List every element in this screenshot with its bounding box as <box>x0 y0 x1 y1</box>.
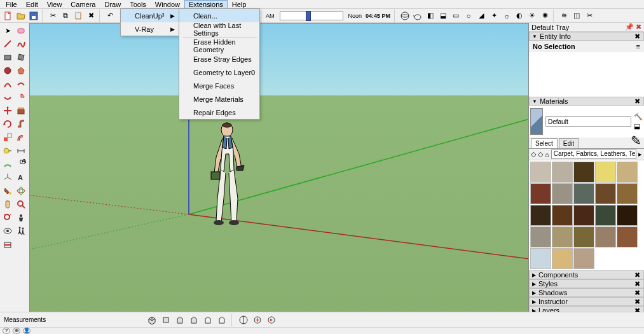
submenu-item[interactable]: Erase Stray Edges <box>179 52 259 66</box>
material-thumbnail[interactable] <box>530 248 551 269</box>
panel-header-components[interactable]: ▶Components✖ <box>529 270 644 279</box>
material-thumbnail[interactable] <box>552 162 573 183</box>
section-tool-icon[interactable] <box>1 238 14 251</box>
forward-icon[interactable]: ◇ <box>538 150 543 158</box>
mesh-light-icon[interactable]: ◐ <box>514 10 525 22</box>
cut-icon[interactable]: ✂ <box>47 10 58 22</box>
material-thumbnail[interactable] <box>595 162 616 183</box>
geolocation-icon[interactable]: ⊕ <box>13 328 20 334</box>
sun-icon[interactable]: ☀ <box>526 10 538 22</box>
position-camera-icon[interactable] <box>15 211 27 224</box>
offset-tool-icon[interactable] <box>15 131 27 144</box>
material-thumbnail[interactable] <box>573 248 594 269</box>
sphere-light-icon[interactable]: ○ <box>463 10 474 22</box>
delete-icon[interactable]: ✖ <box>85 10 97 22</box>
panel-close-icon[interactable]: ✖ <box>633 32 641 40</box>
material-thumbnail[interactable] <box>530 162 551 183</box>
protractor-tool-icon[interactable] <box>1 158 14 170</box>
material-thumbnail[interactable] <box>530 205 551 226</box>
credits-icon[interactable]: 👤 <box>23 328 31 334</box>
submenu-item[interactable]: V-Ray▶ <box>121 22 179 36</box>
update-scene-icon[interactable] <box>266 314 277 326</box>
material-category-dropdown[interactable]: Carpet, Fabrics, Leathers, Textiles <box>551 150 636 159</box>
3dtext-tool-icon[interactable]: A <box>15 171 27 184</box>
menu-camera[interactable]: Camera <box>66 0 100 9</box>
paste-icon[interactable]: 📋 <box>72 10 84 22</box>
pushpull-tool-icon[interactable] <box>15 104 27 117</box>
material-thumbnail[interactable] <box>573 205 594 226</box>
move-tool-icon[interactable] <box>1 104 14 117</box>
walk-tool-icon[interactable] <box>15 225 27 237</box>
submenu-item[interactable]: Erase Hidden Geometry <box>179 39 259 52</box>
tab-select[interactable]: Select <box>531 138 558 148</box>
rect-light-icon[interactable]: ▭ <box>450 10 462 22</box>
3pt-arc-icon[interactable] <box>1 91 14 104</box>
panel-header-instructor[interactable]: ▶Instructor✖ <box>529 297 644 306</box>
rectangle-tool-icon[interactable] <box>1 51 14 64</box>
material-thumbnail[interactable] <box>595 226 616 247</box>
right-view-icon[interactable] <box>188 314 200 326</box>
material-thumbnail[interactable] <box>573 226 594 247</box>
tab-edit[interactable]: Edit <box>559 138 579 148</box>
front-view-icon[interactable] <box>174 314 186 326</box>
material-thumbnail[interactable] <box>530 183 551 204</box>
panel-header-styles[interactable]: ▶Styles✖ <box>529 279 644 288</box>
details-menu-icon[interactable]: ▸ <box>638 150 642 158</box>
submenu-item[interactable]: Geometry to Layer0 <box>179 66 259 79</box>
material-thumbnail[interactable] <box>617 162 638 183</box>
circle-tool-icon[interactable] <box>1 64 14 77</box>
interact-icon[interactable] <box>238 314 249 326</box>
menu-extensions[interactable]: Extensions <box>184 0 228 9</box>
rotated-rect-icon[interactable] <box>15 51 27 64</box>
default-material-icon[interactable]: ⬓ <box>634 122 643 130</box>
details-icon[interactable]: ≡ <box>636 43 640 50</box>
material-thumbnail[interactable] <box>552 226 573 247</box>
material-thumbnail[interactable] <box>552 183 573 204</box>
material-thumbnail[interactable] <box>617 205 638 226</box>
panel-close-icon[interactable]: ✖ <box>633 97 641 105</box>
submenu-item[interactable]: CleanUp³▶ <box>121 9 179 22</box>
arc-tool-icon[interactable] <box>1 78 14 90</box>
zoom-extents-icon[interactable] <box>1 211 14 224</box>
menu-window[interactable]: Window <box>151 0 184 9</box>
material-thumbnail[interactable] <box>530 226 551 247</box>
eraser-tool-icon[interactable] <box>15 24 27 37</box>
material-thumbnail[interactable] <box>617 226 638 247</box>
menu-file[interactable]: File <box>1 0 22 9</box>
dome-light-icon[interactable]: ⬓ <box>437 10 449 22</box>
rotate-tool-icon[interactable] <box>1 118 14 130</box>
submenu-item[interactable]: Clean... <box>179 9 259 22</box>
scale-tool-icon[interactable] <box>1 131 14 144</box>
polygon-tool-icon[interactable] <box>15 64 27 77</box>
undo-icon[interactable]: ↶ <box>104 10 116 22</box>
sphere-icon[interactable] <box>399 10 411 22</box>
ies-light-icon[interactable]: ✦ <box>488 10 500 22</box>
pie-tool-icon[interactable] <box>15 91 27 104</box>
geometry-icon[interactable]: ◧ <box>425 10 436 22</box>
material-thumbnail[interactable] <box>595 183 616 204</box>
tape-tool-icon[interactable] <box>1 144 14 157</box>
submenu-item[interactable]: Merge Faces <box>179 79 259 92</box>
left-view-icon[interactable] <box>216 314 228 326</box>
material-thumbnail[interactable] <box>573 162 594 183</box>
time-slider[interactable] <box>280 11 343 20</box>
material-thumbnail[interactable] <box>552 248 573 269</box>
select-tool-icon[interactable]: ➤ <box>1 24 14 37</box>
viewport[interactable] <box>29 23 529 312</box>
menu-view[interactable]: View <box>43 0 67 9</box>
submenu-item[interactable]: Merge Materials <box>179 92 259 106</box>
orbit-tool-icon[interactable] <box>15 184 27 197</box>
pan-tool-icon[interactable] <box>1 198 14 211</box>
back-view-icon[interactable] <box>202 314 214 326</box>
copy-icon[interactable]: ⧉ <box>60 10 71 22</box>
2pt-arc-icon[interactable] <box>15 78 27 90</box>
open-file-icon[interactable] <box>15 10 27 22</box>
followme-tool-icon[interactable] <box>15 118 27 130</box>
clipper-icon[interactable]: ✂ <box>584 10 595 22</box>
entity-info-header[interactable]: ▼Entity Info✖ <box>529 32 644 41</box>
teapot-icon[interactable] <box>412 10 423 22</box>
back-icon[interactable]: ◇ <box>531 150 536 158</box>
save-icon[interactable] <box>28 10 39 22</box>
spot-light-icon[interactable]: ◢ <box>476 10 487 22</box>
material-thumbnail[interactable] <box>617 183 638 204</box>
